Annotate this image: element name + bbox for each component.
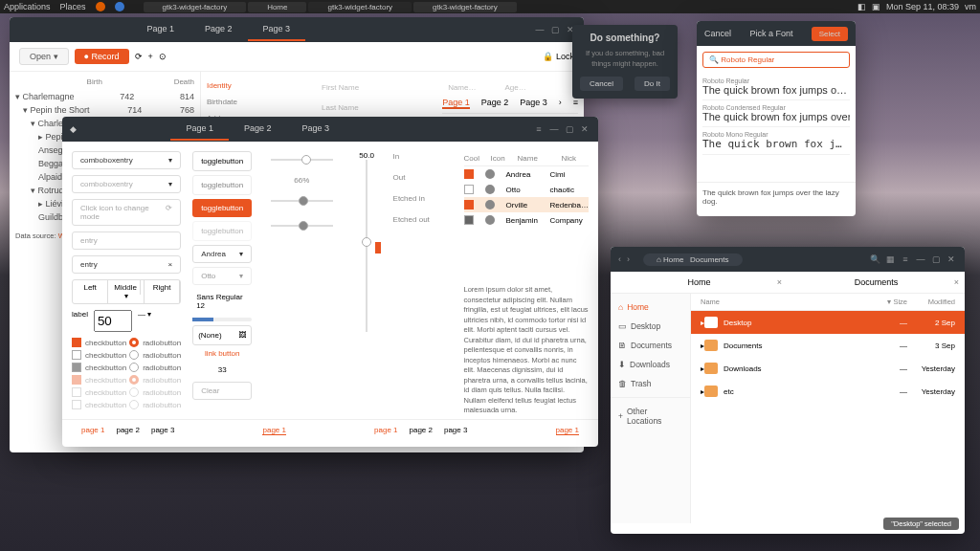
page-tab[interactable]: page 1	[262, 426, 285, 435]
checkbutton[interactable]: checkbutton	[85, 364, 126, 372]
taskbar-tab[interactable]: gtk3-widget-factory	[413, 2, 517, 12]
toolbar-icon[interactable]: ⟳	[135, 52, 143, 61]
file-row[interactable]: ▸Desktop—2 Sep	[691, 311, 965, 334]
firefox-icon[interactable]	[96, 2, 105, 11]
toolbar-icon[interactable]: ⊙	[159, 52, 167, 61]
file-row[interactable]: ▸Downloads—Yesterday	[691, 357, 965, 380]
radiobutton[interactable]: radiobutton	[143, 351, 181, 360]
checkbutton[interactable]: checkbutton	[85, 351, 126, 360]
page-tab[interactable]: page 1	[81, 426, 104, 447]
sidebar-item-downloads[interactable]: ⬇ Downloads	[611, 355, 690, 374]
slider-horizontal[interactable]	[271, 159, 332, 161]
table-row[interactable]: Ottochaotic	[464, 182, 589, 197]
checkbutton[interactable]: checkbutton	[85, 339, 126, 347]
page-tab[interactable]: page 3	[444, 426, 467, 447]
togglebutton-suggested[interactable]: togglebutton	[192, 199, 252, 217]
sidebar-item-home[interactable]: ⌂ Home	[611, 298, 690, 317]
name-combo[interactable]: Otto▾	[192, 267, 252, 285]
slider-vertical[interactable]	[366, 160, 368, 332]
page-tab[interactable]: Page 1	[442, 98, 470, 109]
maximize-icon[interactable]: ▢	[549, 24, 561, 35]
minimize-icon[interactable]: —	[915, 253, 926, 265]
user-menu[interactable]: vm	[965, 2, 976, 11]
last-name-input[interactable]: Last Name	[322, 98, 359, 118]
clear-entry[interactable]: Clear	[192, 382, 252, 400]
slider-horizontal[interactable]	[271, 225, 332, 227]
file-row[interactable]: ▸etc—Yesterday	[691, 380, 965, 403]
minimize-icon[interactable]: —	[548, 123, 560, 135]
refresh-icon[interactable]: ⟳	[166, 204, 172, 221]
taskbar-tab[interactable]: gtk3-widget-factory	[144, 2, 247, 12]
tab-page2[interactable]: Page 2	[229, 118, 287, 141]
maximize-icon[interactable]: ▢	[930, 253, 942, 265]
radiobutton[interactable]: radiobutton	[143, 339, 181, 347]
mode-entry[interactable]: Click icon to change mode⟳	[72, 199, 181, 226]
close-icon[interactable]: ✕	[579, 123, 590, 135]
page-tab[interactable]: page 2	[410, 426, 433, 447]
name-input[interactable]: Name…	[448, 83, 476, 92]
menu-icon[interactable]: ≡	[533, 123, 545, 135]
cancel-button[interactable]: Cancel	[704, 29, 731, 38]
open-button[interactable]: Open ▾	[19, 48, 69, 65]
combobox-entry[interactable]: comboboxentry▾	[72, 151, 181, 169]
menu-icon[interactable]: ≡	[573, 98, 578, 109]
minimize-icon[interactable]: —	[534, 24, 546, 35]
table-row[interactable]: BenjaminCompany	[464, 212, 589, 228]
entry-input[interactable]: entry×	[72, 255, 181, 274]
chevron-right-icon[interactable]: ›	[559, 98, 562, 109]
level-mark[interactable]	[375, 242, 381, 253]
taskbar-tab[interactable]: gtk3-widget-factory	[308, 2, 412, 12]
radiobutton[interactable]: radiobutton	[143, 364, 181, 372]
font-item[interactable]: Roboto Mono RegularThe quick brown fox j…	[702, 127, 850, 155]
page-tab[interactable]: page 2	[116, 426, 139, 447]
tray-icon[interactable]: ◧	[858, 2, 866, 11]
font-item[interactable]: Roboto Condensed RegularThe quick brown …	[702, 100, 850, 127]
sidebar-item-desktop[interactable]: ▭ Desktop	[611, 317, 690, 336]
name-combo[interactable]: Andrea▾	[192, 245, 252, 263]
cancel-button[interactable]: Cancel	[580, 77, 623, 91]
select-button[interactable]: Select	[812, 27, 848, 41]
places-menu[interactable]: Places	[60, 2, 86, 11]
combobox-entry[interactable]: comboboxentry▾	[72, 175, 181, 193]
page-tab[interactable]: page 1	[556, 426, 579, 435]
close-icon[interactable]: ×	[954, 277, 959, 287]
forward-button[interactable]: ›	[627, 254, 630, 264]
tab-page1[interactable]: Page 1	[131, 18, 189, 41]
sidebar-item-documents[interactable]: 🗎 Documents	[611, 336, 690, 355]
age-input[interactable]: Age…	[504, 83, 525, 92]
tray-icon[interactable]: ▣	[872, 2, 880, 11]
font-search-input[interactable]: 🔍 Roboto Regular	[702, 52, 850, 68]
tab-documents[interactable]: Documents×	[788, 272, 965, 293]
link-button[interactable]: link button	[192, 349, 252, 358]
font-button[interactable]: Sans Regular 12	[192, 289, 252, 314]
breadcrumb[interactable]: ⌂ Home Documents	[643, 253, 743, 266]
search-icon[interactable]: 🔍	[869, 253, 880, 265]
entry-input[interactable]: entry	[72, 231, 181, 250]
maximize-icon[interactable]: ▢	[564, 123, 575, 135]
record-button[interactable]: ● Record	[75, 49, 129, 64]
menu-icon[interactable]: ≡	[900, 253, 911, 265]
doit-button[interactable]: Do It	[635, 77, 670, 91]
close-icon[interactable]: ✕	[946, 253, 957, 265]
view-icon[interactable]: ▦	[884, 253, 896, 265]
togglebutton[interactable]: togglebutton	[192, 175, 252, 195]
togglebutton[interactable]: togglebutton	[192, 151, 252, 171]
image-button[interactable]: (None)🖼	[192, 325, 252, 345]
page-tab[interactable]: Page 3	[520, 98, 547, 109]
close-icon[interactable]: ×	[777, 277, 782, 287]
back-button[interactable]: ‹	[618, 254, 621, 264]
tab-home[interactable]: Home×	[611, 272, 788, 293]
spin-display[interactable]: 33	[192, 362, 252, 378]
applications-menu[interactable]: Applications	[4, 2, 51, 11]
taskbar-tab[interactable]: Home	[248, 2, 306, 12]
page-tab[interactable]: page 1	[374, 426, 397, 447]
spin-input[interactable]	[94, 310, 132, 332]
tab-page3[interactable]: Page 3	[287, 118, 345, 141]
sidebar-item-trash[interactable]: 🗑 Trash	[611, 374, 690, 393]
size-value[interactable]: 12	[820, 215, 831, 216]
slider-horizontal[interactable]	[271, 200, 332, 202]
table-row[interactable]: OrvilleRedenba…	[464, 197, 589, 212]
font-item[interactable]: Roboto RegularThe quick brown fox jumps …	[702, 74, 850, 100]
tab-page3[interactable]: Page 3	[248, 18, 306, 41]
tab-page2[interactable]: Page 2	[189, 18, 248, 41]
